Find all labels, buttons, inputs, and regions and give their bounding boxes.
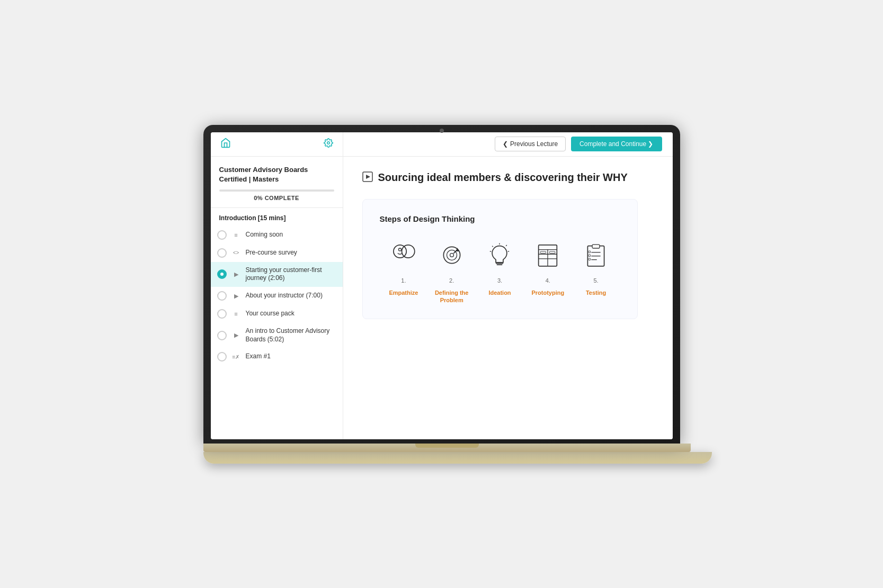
laptop-wrapper: ❮ Previous Lecture Complete and Continue… — [203, 125, 680, 464]
testing-icon — [579, 238, 613, 272]
text-icon: ≡ — [231, 311, 242, 317]
step-num-3: 3. — [497, 277, 502, 284]
prev-lecture-button[interactable]: ❮ Previous Lecture — [495, 137, 566, 151]
step-label-prototyping: Prototyping — [531, 289, 564, 296]
svg-point-9 — [450, 253, 453, 257]
lecture-title: Sourcing ideal members & discovering the… — [362, 171, 654, 184]
prev-lecture-label: Previous Lecture — [510, 140, 558, 148]
step-testing: 5. Testing — [572, 238, 620, 296]
step-empathize: 1. Empathize — [380, 238, 428, 296]
lesson-title: Coming soon — [246, 231, 283, 239]
step-num-5: 5. — [593, 277, 598, 284]
ideation-icon — [483, 238, 516, 272]
laptop-hinge — [203, 444, 691, 452]
design-thinking-steps: 1. Empathize — [380, 238, 620, 304]
sidebar: Customer Advisory Boards Certified | Mas… — [211, 157, 343, 439]
svg-line-18 — [493, 246, 494, 247]
progress-label: 0% COMPLETE — [219, 195, 334, 201]
screen-inner: ❮ Previous Lecture Complete and Continue… — [211, 132, 673, 439]
section-header: Introduction [15 mins] — [211, 208, 343, 226]
lesson-title: About your instructor (7:00) — [246, 292, 323, 300]
laptop-screen: ❮ Previous Lecture Complete and Continue… — [203, 125, 680, 444]
design-thinking-title: Steps of Design Thinking — [380, 214, 620, 223]
video-icon: ▶ — [231, 332, 242, 339]
code-icon: <> — [231, 250, 242, 256]
step-label-defining: Defining the Problem — [427, 289, 476, 304]
svg-point-6 — [398, 248, 401, 251]
lesson-circle-active — [217, 269, 227, 279]
lesson-circle — [217, 230, 227, 240]
svg-rect-24 — [540, 251, 546, 253]
lesson-item[interactable]: <> Pre-course survey — [211, 244, 343, 262]
complete-continue-label: Complete and Continue ❯ — [579, 140, 653, 148]
content-top-bar: ❮ Previous Lecture Complete and Continue… — [343, 137, 673, 151]
lesson-title: An intro to Customer Advisory Boards (5:… — [246, 327, 336, 343]
svg-point-1 — [220, 273, 224, 276]
lesson-circle — [217, 291, 227, 301]
text-icon: ≡ — [231, 232, 242, 238]
step-label-ideation: Ideation — [488, 289, 511, 296]
lesson-circle — [217, 248, 227, 258]
svg-rect-27 — [592, 245, 600, 248]
course-title-block: Customer Advisory Boards Certified | Mas… — [211, 157, 343, 208]
home-icon[interactable] — [220, 138, 231, 150]
step-label-empathize: Empathize — [389, 289, 418, 296]
step-num-2: 2. — [449, 277, 454, 284]
lesson-item[interactable]: ≡ Coming soon — [211, 226, 343, 244]
prototyping-icon — [531, 238, 565, 272]
progress-bar: 0% COMPLETE — [219, 189, 334, 201]
lesson-item[interactable]: ▶ About your instructor (7:00) — [211, 287, 343, 305]
settings-icon[interactable] — [324, 138, 333, 150]
lesson-item[interactable]: ≡ Your course pack — [211, 305, 343, 323]
main-layout: Customer Advisory Boards Certified | Mas… — [211, 157, 673, 439]
lesson-title: Exam #1 — [246, 352, 271, 361]
lesson-title: Your course pack — [246, 310, 295, 318]
svg-point-0 — [327, 142, 329, 144]
content-area: Sourcing ideal members & discovering the… — [343, 157, 673, 439]
top-bar: ❮ Previous Lecture Complete and Continue… — [211, 132, 673, 157]
laptop-base — [203, 452, 712, 464]
sidebar-top-bar — [211, 132, 343, 156]
svg-rect-31 — [588, 251, 590, 252]
course-title: Customer Advisory Boards Certified | Mas… — [219, 165, 334, 184]
lesson-item[interactable]: ≡✗ Exam #1 — [211, 348, 343, 366]
lesson-item[interactable]: ▶ An intro to Customer Advisory Boards (… — [211, 323, 343, 348]
lesson-circle — [217, 352, 227, 361]
video-icon: ▶ — [231, 293, 242, 300]
svg-rect-32 — [588, 255, 590, 256]
video-play-icon — [362, 171, 373, 184]
lesson-item-active[interactable]: ▶ Starting your customer-first journey (… — [211, 262, 343, 287]
laptop-notch — [415, 444, 479, 448]
design-thinking-card: Steps of Design Thinking — [362, 199, 638, 320]
step-label-testing: Testing — [586, 289, 606, 296]
lesson-circle — [217, 309, 227, 319]
svg-point-4 — [394, 245, 406, 257]
exam-icon: ≡✗ — [231, 354, 242, 360]
lecture-title-text: Sourcing ideal members & discovering the… — [378, 171, 628, 184]
step-prototyping: 4. Prototyping — [524, 238, 572, 296]
svg-line-17 — [506, 245, 507, 246]
progress-percent: 0% — [254, 195, 263, 201]
video-icon: ▶ — [231, 271, 242, 278]
svg-rect-25 — [550, 251, 555, 253]
step-ideation: 3. Ideation — [476, 238, 524, 296]
lesson-title: Pre-course survey — [246, 249, 297, 257]
progress-complete-text: COMPLETE — [265, 195, 299, 201]
progress-track — [219, 189, 334, 192]
step-defining: 2. Defining the Problem — [427, 238, 476, 304]
svg-point-5 — [402, 245, 414, 257]
defining-icon — [435, 238, 469, 272]
complete-continue-button[interactable]: Complete and Continue ❯ — [571, 137, 662, 151]
svg-marker-3 — [366, 175, 370, 179]
prev-chevron-icon: ❮ — [503, 140, 508, 148]
lesson-circle — [217, 331, 227, 340]
step-num-1: 1. — [401, 277, 406, 284]
step-num-4: 4. — [546, 277, 550, 284]
lesson-title: Starting your customer-first journey (2:… — [246, 266, 336, 283]
svg-rect-33 — [588, 258, 590, 260]
empathize-icon — [387, 238, 421, 272]
